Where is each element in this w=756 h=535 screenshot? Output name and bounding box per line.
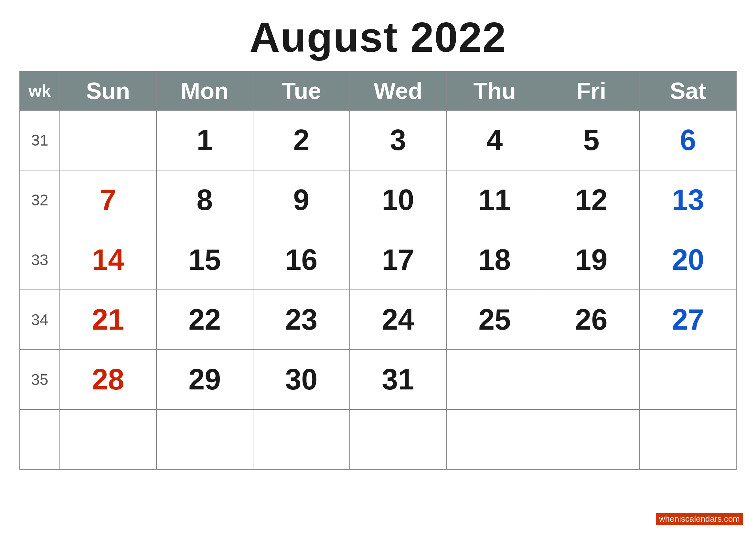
calendar-day bbox=[640, 350, 736, 409]
watermark-badge[interactable]: wheniscalendars.com bbox=[656, 513, 743, 525]
calendar-day: 25 bbox=[446, 290, 543, 350]
calendar-day: 16 bbox=[253, 230, 350, 290]
calendar-week-row: 3528293031 bbox=[20, 350, 736, 409]
week-number: 34 bbox=[20, 290, 60, 350]
calendar-day bbox=[60, 110, 156, 170]
calendar-day: 8 bbox=[156, 170, 253, 230]
calendar-day: 20 bbox=[640, 230, 736, 290]
calendar-day: 3 bbox=[350, 110, 446, 170]
calendar-day: 2 bbox=[253, 110, 350, 170]
calendar-day: 13 bbox=[640, 170, 736, 230]
calendar-day: 10 bbox=[350, 170, 446, 230]
calendar-week-row: 3421222324252627 bbox=[20, 290, 736, 350]
calendar-day: 18 bbox=[446, 230, 543, 290]
calendar-week-row bbox=[20, 409, 736, 469]
calendar-day: 24 bbox=[350, 290, 446, 350]
calendar-day: 26 bbox=[543, 290, 640, 350]
week-number: 31 bbox=[20, 110, 60, 170]
header-wed: Wed bbox=[350, 71, 446, 110]
calendar-day bbox=[640, 409, 736, 469]
calendar-day: 6 bbox=[640, 110, 736, 170]
calendar-week-row: 3314151617181920 bbox=[20, 230, 736, 290]
header-tue: Tue bbox=[253, 71, 350, 110]
calendar-day: 15 bbox=[156, 230, 253, 290]
calendar-day: 21 bbox=[60, 290, 156, 350]
calendar-body: 3112345632789101112133314151617181920342… bbox=[20, 110, 736, 469]
calendar-day: 5 bbox=[543, 110, 640, 170]
calendar-day: 29 bbox=[156, 350, 253, 409]
week-number: 33 bbox=[20, 230, 60, 290]
calendar-day: 30 bbox=[253, 350, 350, 409]
calendar-day: 9 bbox=[253, 170, 350, 230]
calendar-day bbox=[446, 409, 543, 469]
calendar-day: 17 bbox=[350, 230, 446, 290]
calendar-day: 31 bbox=[350, 350, 446, 409]
calendar-day bbox=[543, 409, 640, 469]
calendar-day: 12 bbox=[543, 170, 640, 230]
calendar-day: 1 bbox=[156, 110, 253, 170]
calendar-header-row: wk Sun Mon Tue Wed Thu Fri Sat bbox=[20, 71, 736, 110]
calendar-day bbox=[350, 409, 446, 469]
header-sat: Sat bbox=[640, 71, 736, 110]
calendar-day: 23 bbox=[253, 290, 350, 350]
header-wk: wk bbox=[20, 71, 60, 110]
week-number: 35 bbox=[20, 350, 60, 409]
calendar-day bbox=[253, 409, 350, 469]
calendar-day: 28 bbox=[60, 350, 156, 409]
header-sun: Sun bbox=[60, 71, 156, 110]
calendar-week-row: 3278910111213 bbox=[20, 170, 736, 230]
header-mon: Mon bbox=[156, 71, 253, 110]
calendar-day: 11 bbox=[446, 170, 543, 230]
calendar-day bbox=[156, 409, 253, 469]
calendar-week-row: 31123456 bbox=[20, 110, 736, 170]
week-number bbox=[20, 409, 60, 469]
calendar-day: 27 bbox=[640, 290, 736, 350]
week-number: 32 bbox=[20, 170, 60, 230]
calendar-day bbox=[446, 350, 543, 409]
header-thu: Thu bbox=[446, 71, 543, 110]
calendar-day: 4 bbox=[446, 110, 543, 170]
calendar-day: 14 bbox=[60, 230, 156, 290]
calendar-day bbox=[543, 350, 640, 409]
calendar-day: 22 bbox=[156, 290, 253, 350]
calendar-day: 19 bbox=[543, 230, 640, 290]
header-fri: Fri bbox=[543, 71, 640, 110]
calendar-day: 7 bbox=[60, 170, 156, 230]
page-title: August 2022 bbox=[250, 13, 506, 62]
calendar-table: wk Sun Mon Tue Wed Thu Fri Sat 311234563… bbox=[19, 71, 737, 470]
calendar-day bbox=[60, 409, 156, 469]
